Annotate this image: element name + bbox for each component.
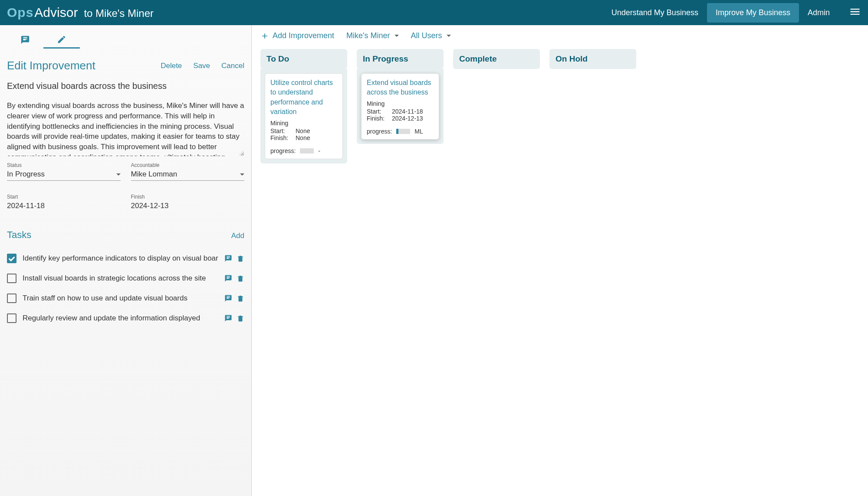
card-category: Mining — [270, 120, 337, 127]
users-select-value: All Users — [411, 31, 442, 40]
task-checkbox[interactable] — [7, 274, 16, 283]
edit-title: Edit Improvement — [7, 59, 95, 72]
add-task-button[interactable]: Add — [231, 232, 244, 240]
edit-actions: Delete Save Cancel — [161, 62, 244, 70]
start-value: 2024-11-18 — [7, 202, 45, 210]
logo[interactable]: Ops Advisor to Mike's Miner — [7, 5, 154, 20]
tab-chat[interactable] — [7, 31, 43, 49]
card-initials: ML — [414, 128, 423, 135]
trash-icon[interactable] — [237, 314, 244, 322]
nav: Understand My Business Improve My Busine… — [603, 3, 861, 23]
icon-tabs — [7, 31, 244, 49]
business-select[interactable]: Mike's Miner — [346, 31, 398, 40]
card-finish: Finish:None — [270, 134, 337, 141]
cancel-button[interactable]: Cancel — [221, 62, 244, 70]
logo-ops: Ops — [7, 5, 33, 20]
trash-icon[interactable] — [237, 255, 244, 262]
chat-icon — [20, 35, 30, 45]
improvement-title[interactable]: Extend visual boards across the business — [7, 81, 244, 91]
edit-heading-row: Edit Improvement Delete Save Cancel — [7, 59, 244, 72]
users-select[interactable]: All Users — [411, 31, 451, 40]
right-panel: Add Improvement Mike's Miner All Users T… — [252, 25, 868, 496]
card-initials: - — [318, 147, 320, 154]
trash-icon[interactable] — [237, 294, 244, 302]
task-label[interactable]: Train staff on how to use and update vis… — [23, 294, 218, 303]
status-label: Status — [7, 162, 121, 168]
card-progress: progress: - — [270, 147, 337, 154]
resize-handle-icon[interactable] — [239, 151, 243, 155]
accountable-value: Mike Lomman — [131, 170, 178, 179]
finish-value: 2024-12-13 — [131, 202, 169, 210]
chevron-down-icon — [240, 173, 244, 176]
save-button[interactable]: Save — [193, 62, 210, 70]
kanban-column: Complete — [453, 49, 540, 163]
chevron-down-icon — [395, 35, 399, 37]
add-improvement-label: Add Improvement — [273, 31, 334, 40]
progress-bar — [396, 129, 410, 134]
kanban-column: To Do Utilize control charts to understa… — [260, 49, 347, 163]
kanban-card[interactable]: Utilize control charts to understand per… — [265, 73, 343, 159]
kanban-card[interactable]: Extend visual boards across the business… — [361, 73, 439, 140]
chat-icon[interactable] — [224, 314, 232, 322]
accountable-field[interactable]: Accountable Mike Lomman — [131, 162, 245, 181]
nav-understand[interactable]: Understand My Business — [603, 3, 707, 23]
kanban-column: On Hold — [549, 49, 636, 163]
toolbar: Add Improvement Mike's Miner All Users — [260, 31, 859, 40]
start-label: Start — [7, 194, 121, 200]
chat-icon[interactable] — [224, 274, 232, 282]
card-category: Mining — [367, 100, 434, 107]
finish-label: Finish — [131, 194, 245, 200]
chevron-down-icon — [447, 35, 451, 37]
kanban-board: To Do Utilize control charts to understa… — [260, 49, 859, 163]
status-value: In Progress — [7, 170, 45, 179]
tasks-list: Identify key performance indicators to d… — [7, 248, 244, 328]
trash-icon[interactable] — [237, 274, 244, 282]
tasks-header: Tasks Add — [7, 229, 244, 241]
accountable-label: Accountable — [131, 162, 245, 168]
task-checkbox[interactable] — [7, 313, 16, 323]
column-header: To Do — [260, 49, 347, 69]
column-header: In Progress — [357, 49, 444, 69]
card-title: Utilize control charts to understand per… — [270, 78, 337, 117]
tab-edit[interactable] — [43, 31, 80, 49]
progress-bar — [300, 148, 314, 153]
task-checkbox[interactable] — [7, 294, 16, 303]
task-label[interactable]: Identify key performance indicators to d… — [23, 254, 218, 263]
plus-icon — [260, 32, 269, 40]
add-improvement-button[interactable]: Add Improvement — [260, 31, 334, 40]
task-row: Install visual boards in strategic locat… — [7, 268, 244, 288]
improvement-description-text: By extending visual boards across the bu… — [7, 101, 244, 156]
improvement-description[interactable]: By extending visual boards across the bu… — [7, 101, 244, 156]
left-panel: Edit Improvement Delete Save Cancel Exte… — [0, 25, 252, 496]
header: Ops Advisor to Mike's Miner Understand M… — [0, 0, 868, 25]
nav-admin[interactable]: Admin — [799, 3, 838, 23]
card-finish: Finish:2024-12-13 — [367, 115, 434, 122]
task-label[interactable]: Install visual boards in strategic locat… — [23, 274, 218, 283]
business-select-value: Mike's Miner — [346, 31, 390, 40]
task-checkbox[interactable] — [7, 254, 16, 263]
chat-icon[interactable] — [224, 294, 232, 302]
chat-icon[interactable] — [224, 255, 232, 262]
logo-advisor: Advisor — [34, 5, 78, 20]
delete-button[interactable]: Delete — [161, 62, 182, 70]
main: Edit Improvement Delete Save Cancel Exte… — [0, 25, 868, 496]
card-progress: progress: ML — [367, 128, 434, 135]
task-row: Regularly review and update the informat… — [7, 308, 244, 328]
task-row: Identify key performance indicators to d… — [7, 248, 244, 268]
tasks-title: Tasks — [7, 229, 31, 241]
start-field[interactable]: Start 2024-11-18 — [7, 194, 121, 212]
column-body: Extend visual boards across the business… — [357, 69, 444, 144]
kanban-column: In Progress Extend visual boards across … — [357, 49, 444, 163]
column-header: Complete — [453, 49, 540, 69]
nav-improve[interactable]: Improve My Business — [707, 3, 799, 23]
status-field[interactable]: Status In Progress — [7, 162, 121, 181]
finish-field[interactable]: Finish 2024-12-13 — [131, 194, 245, 212]
task-label[interactable]: Regularly review and update the informat… — [23, 314, 218, 323]
card-title: Extend visual boards across the business — [367, 78, 434, 98]
logo-to: to Mike's Miner — [84, 7, 154, 20]
card-start: Start:2024-11-18 — [367, 108, 434, 115]
menu-icon[interactable] — [849, 6, 861, 20]
task-row: Train staff on how to use and update vis… — [7, 288, 244, 308]
column-header: On Hold — [549, 49, 636, 69]
card-start: Start:None — [270, 127, 337, 134]
